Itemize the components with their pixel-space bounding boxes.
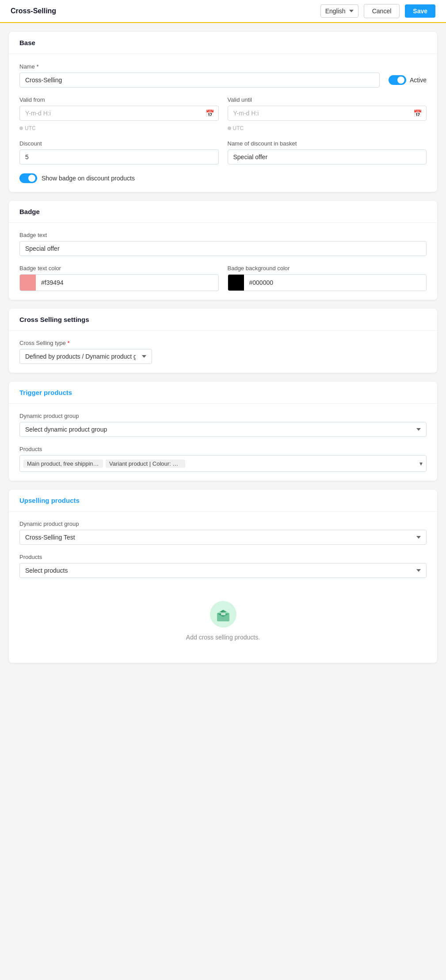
discount-name-label: Name of discount in basket (228, 140, 427, 147)
discount-row: Discount Name of discount in basket (19, 140, 427, 165)
badge-text-label: Badge text (19, 232, 427, 238)
trigger-products-group: Products Main product, free shipping wit… (19, 446, 427, 472)
active-toggle-group: Active (389, 75, 427, 85)
badge-bg-color-input-wrap (228, 274, 427, 291)
trigger-dynamic-group: Dynamic product group Select dynamic pro… (19, 413, 427, 437)
trigger-dynamic-label: Dynamic product group (19, 413, 427, 419)
cross-selling-settings-card: Cross Selling settings Cross Selling typ… (9, 309, 437, 373)
badge-text-group: Badge text (19, 232, 427, 256)
cross-selling-type-group: Cross Selling type * Defined by products… (19, 340, 427, 364)
name-input[interactable] (19, 73, 380, 88)
calendar-icon-until[interactable]: 📅 (413, 109, 422, 118)
upselling-dynamic-select[interactable]: Cross-Selling Test (19, 530, 427, 545)
upselling-products-card: Upselling products Dynamic product group… (9, 490, 437, 663)
show-badge-label: Show badge on discount products (42, 175, 135, 182)
valid-until-label: Valid until (228, 96, 427, 103)
language-select[interactable]: English (320, 4, 358, 18)
empty-state: Add cross selling products. (19, 587, 427, 654)
name-label: Name (19, 63, 35, 70)
name-active-row: Active (19, 73, 427, 88)
cross-selling-type-select[interactable]: Defined by products / Dynamic product gr… (19, 349, 152, 364)
discount-name-input[interactable] (228, 149, 427, 165)
discount-input[interactable] (19, 149, 219, 165)
trigger-products-dropdown-btn[interactable]: ▾ (419, 460, 423, 467)
utc-dot-until (228, 126, 231, 130)
name-input-wrap (19, 73, 380, 88)
upselling-products-body: Dynamic product group Cross-Selling Test… (9, 512, 437, 663)
base-card-body: Name * Active Valid from (9, 54, 437, 192)
badge-bg-color-swatch[interactable] (228, 275, 244, 291)
utc-label-from: UTC (19, 125, 219, 131)
upselling-products-select[interactable]: Select products (19, 563, 427, 578)
valid-until-input[interactable] (228, 106, 427, 121)
header-actions: English Cancel Save (320, 4, 435, 18)
page-title: Cross-Selling (11, 7, 56, 15)
calendar-icon-from[interactable]: 📅 (206, 109, 214, 118)
main-content: Base Name * Active (0, 23, 446, 672)
badge-bg-color-group: Badge background color (228, 265, 427, 291)
active-toggle[interactable] (389, 75, 406, 85)
type-required-star: * (67, 340, 69, 346)
badge-bg-color-label: Badge background color (228, 265, 427, 272)
save-button[interactable]: Save (405, 4, 435, 18)
discount-group: Discount (19, 140, 219, 165)
badge-text-color-group: Badge text color (19, 265, 219, 291)
upselling-dynamic-label: Dynamic product group (19, 521, 427, 527)
valid-until-input-wrap: 📅 (228, 106, 427, 121)
trigger-tag-1: Main product, free shipping with ... (23, 459, 103, 468)
valid-from-label: Valid from (19, 96, 219, 103)
badge-text-color-label: Badge text color (19, 265, 219, 272)
badge-text-input[interactable] (19, 241, 427, 256)
empty-box-icon (209, 600, 237, 628)
upselling-products-group: Products Select products (19, 554, 427, 578)
badge-text-color-input-wrap (19, 274, 219, 291)
badge-text-color-input[interactable] (36, 276, 218, 290)
badge-bg-color-input[interactable] (244, 276, 427, 290)
badge-card: Badge Badge text Badge text color Badge … (9, 201, 437, 300)
trigger-dynamic-select[interactable]: Select dynamic product group (19, 422, 427, 437)
empty-text: Add cross selling products. (186, 634, 260, 641)
trigger-products-card: Trigger products Dynamic product group S… (9, 382, 437, 481)
upselling-products-header: Upselling products (9, 490, 437, 512)
trigger-products-tags-input[interactable]: Main product, free shipping with ... Var… (19, 455, 427, 472)
base-card-header: Base (9, 32, 437, 54)
cross-selling-settings-body: Cross Selling type * Defined by products… (9, 331, 437, 373)
trigger-tag-2: Variant product | Colour: Blue | Siz... (106, 459, 185, 468)
trigger-products-body: Dynamic product group Select dynamic pro… (9, 404, 437, 481)
badge-card-body: Badge text Badge text color Badge backgr… (9, 223, 437, 300)
color-row: Badge text color Badge background color (19, 265, 427, 291)
valid-from-input-wrap: 📅 (19, 106, 219, 121)
show-badge-row: Show badge on discount products (19, 173, 427, 183)
valid-until-group: Valid until 📅 UTC (228, 96, 427, 131)
discount-label: Discount (19, 140, 219, 147)
valid-dates-row: Valid from 📅 UTC Valid until 📅 (19, 96, 427, 131)
discount-name-group: Name of discount in basket (228, 140, 427, 165)
badge-card-header: Badge (9, 201, 437, 223)
show-badge-toggle[interactable] (19, 173, 37, 183)
utc-dot-from (19, 126, 23, 130)
cancel-button[interactable]: Cancel (364, 4, 400, 18)
cross-selling-settings-header: Cross Selling settings (9, 309, 437, 331)
trigger-products-label: Products (19, 446, 427, 452)
utc-label-until: UTC (228, 125, 427, 131)
trigger-products-header: Trigger products (9, 382, 437, 404)
upselling-dynamic-group: Dynamic product group Cross-Selling Test (19, 521, 427, 545)
name-required-star: * (37, 63, 39, 70)
valid-from-input[interactable] (19, 106, 219, 121)
base-card: Base Name * Active (9, 32, 437, 192)
active-label: Active (410, 77, 427, 84)
cross-selling-type-label: Cross Selling type * (19, 340, 427, 346)
valid-from-group: Valid from 📅 UTC (19, 96, 219, 131)
page-header: Cross-Selling English Cancel Save (0, 0, 446, 23)
upselling-products-label: Products (19, 554, 427, 560)
badge-text-color-swatch[interactable] (20, 275, 36, 291)
